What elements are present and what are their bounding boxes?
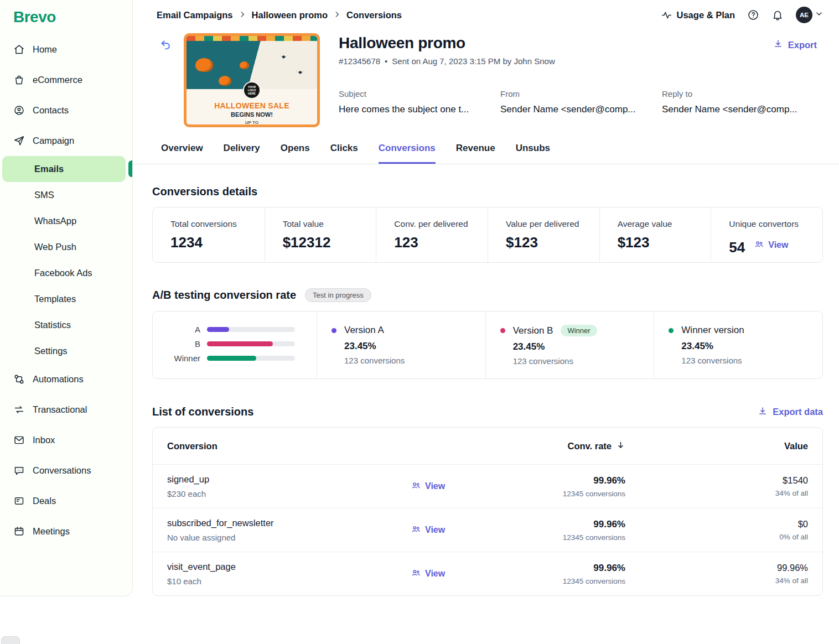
sidebar-item-label: eCommerce <box>33 75 82 85</box>
sidebar-item-label: Facebook Ads <box>34 268 92 278</box>
app: Brevo Home eCommerce Contacts Campaign E… <box>0 0 839 644</box>
value-cell: $0 0% of all <box>625 519 808 541</box>
rate-conversions: 12345 conversions <box>521 533 625 542</box>
conversion-cell: subscribed_for_newsletter No value assig… <box>167 518 405 542</box>
field-label: From <box>500 89 649 98</box>
sidebar-item-automations[interactable]: Automations <box>0 364 132 394</box>
stat-label: Total value <box>283 219 376 229</box>
active-nav-indicator <box>128 160 132 177</box>
account-menu[interactable]: AE <box>796 7 824 23</box>
export-data-button[interactable]: Export data <box>758 406 823 418</box>
sidebar-item-emails[interactable]: Emails <box>2 156 126 182</box>
thumbnail-headline: HALLOWEEN SALE <box>187 101 317 110</box>
back-button[interactable] <box>159 39 172 127</box>
value-cell: $1540 34% of all <box>625 475 808 497</box>
version-a-dot <box>332 328 336 333</box>
sidebar-item-label: Web Push <box>34 242 76 252</box>
sidebar-item-label: Settings <box>34 346 68 356</box>
brevo-logo[interactable]: Brevo <box>0 0 132 34</box>
sidebar-item-sms[interactable]: SMS <box>0 182 132 208</box>
winner-version-dot <box>669 328 674 333</box>
view-link[interactable]: View <box>411 524 521 537</box>
sidebar-item-contacts[interactable]: Contacts <box>0 95 132 126</box>
sidebar-item-templates[interactable]: Templates <box>0 286 132 312</box>
view-link[interactable]: View <box>411 568 521 580</box>
bat-icon <box>296 70 304 74</box>
sidebar-item-label: Campaign <box>33 136 74 146</box>
value-amount: $1540 <box>625 475 808 486</box>
bat-icon <box>279 55 288 59</box>
column-header-conversion: Conversion <box>167 441 405 451</box>
envelope-icon <box>13 434 25 446</box>
sidebar-item-label: Templates <box>34 294 76 304</box>
page-title: Halloween promo <box>339 34 824 52</box>
tab-revenue[interactable]: Revenue <box>456 143 495 164</box>
sidebar-item-inbox[interactable]: Inbox <box>0 425 132 455</box>
sidebar-item-label: WhatsApp <box>34 216 76 226</box>
tab-unsubs[interactable]: Unsubs <box>516 143 550 164</box>
export-button[interactable]: Export <box>773 39 817 51</box>
stat-value: 123 <box>394 234 488 251</box>
tab-overview[interactable]: Overview <box>161 143 203 164</box>
shopping-bag-icon <box>13 74 25 86</box>
campaign-fields: Subject Here comes the subject one t... … <box>339 89 824 115</box>
sidebar-item-whatsapp[interactable]: WhatsApp <box>0 208 132 234</box>
chat-widget[interactable] <box>1 636 20 644</box>
view-link[interactable]: View <box>411 480 521 493</box>
campaign-header: YOUR LOGO HERE HALLOWEEN SALE BEGINS NOW… <box>133 27 839 127</box>
bar-track <box>207 327 295 332</box>
breadcrumb-email-campaigns[interactable]: Email Campaigns <box>157 10 233 20</box>
rate-value: 99.96% <box>521 563 625 574</box>
tab-delivery[interactable]: Delivery <box>224 143 260 164</box>
from-field: From Sender Name <sender@comp... <box>500 89 662 115</box>
sidebar-item-settings[interactable]: Settings <box>0 338 132 364</box>
usage-plan-link[interactable]: Usage & Plan <box>661 9 735 21</box>
bar-label: Winner <box>169 354 200 363</box>
sidebar-item-facebook-ads[interactable]: Facebook Ads <box>0 260 132 286</box>
activity-icon <box>661 9 672 21</box>
stat-value: $123 <box>506 234 599 251</box>
sidebar-item-transactional[interactable]: Transactional <box>0 394 132 425</box>
value-amount: 99.96% <box>625 563 808 573</box>
bar-track <box>207 341 295 346</box>
sidebar-item-home[interactable]: Home <box>0 34 132 65</box>
ab-testing-header: A/B testing conversion rate Test in prog… <box>152 288 823 302</box>
sidebar-item-label: Emails <box>34 164 64 174</box>
tab-conversions[interactable]: Conversions <box>379 143 436 164</box>
thumbnail-footline: UP TO <box>187 120 317 125</box>
list-of-conversions-header: List of conversions Export data <box>152 406 823 418</box>
winner-version-panel: Winner version 23.45% 123 conversions <box>654 311 822 379</box>
breadcrumb: Email Campaigns Halloween promo Conversi… <box>157 10 402 20</box>
version-b-panel: Version B Winner 23.45% 123 conversions <box>485 311 654 379</box>
thumbnail-text: HALLOWEEN SALE BEGINS NOW! UP TO <box>187 101 317 125</box>
sidebar-item-ecommerce[interactable]: eCommerce <box>0 65 132 95</box>
sidebar-item-label: Home <box>33 44 57 55</box>
sidebar-item-deals[interactable]: Deals <box>0 486 132 516</box>
notifications-bell-button[interactable] <box>771 9 784 21</box>
sidebar-item-meetings[interactable]: Meetings <box>0 516 132 547</box>
breadcrumb-halloween-promo[interactable]: Halloween promo <box>252 10 328 20</box>
sidebar-item-web-push[interactable]: Web Push <box>0 234 132 260</box>
conversion-cell: signed_up $230 each <box>167 474 405 498</box>
thumbnail-subline: BEGINS NOW! <box>187 111 317 118</box>
version-a-panel: Version A 23.45% 123 conversions <box>317 311 485 379</box>
help-button[interactable] <box>747 9 759 21</box>
stat-value: $123 <box>618 234 711 251</box>
tab-clicks[interactable]: Clicks <box>330 143 358 164</box>
field-value: Sender Name <sender@comp... <box>500 104 649 115</box>
sidebar-item-conversations[interactable]: Conversations <box>0 455 132 486</box>
campaign-sent-info: Sent on Aug 7, 2023 3:15 PM by John Snow <box>392 56 555 66</box>
chevron-right-icon <box>239 10 246 20</box>
main-content: Email Campaigns Halloween promo Conversi… <box>133 0 839 596</box>
tab-opens[interactable]: Opens <box>281 143 310 164</box>
column-header-conv-rate[interactable]: Conv. rate <box>521 440 625 452</box>
unique-convertors-view-link[interactable]: View <box>754 239 788 252</box>
sidebar-item-statistics[interactable]: Statistics <box>0 312 132 338</box>
section-title-ab-testing: A/B testing conversion rate <box>152 289 296 302</box>
sidebar-item-campaign[interactable]: Campaign <box>0 126 132 156</box>
table-row: visit_event_page $10 each View 99.96% 12… <box>153 552 822 595</box>
rate-cell: 99.96% 12345 conversions <box>521 475 625 498</box>
version-rate: 23.45% <box>344 341 471 352</box>
conversion-name: visit_event_page <box>167 562 405 572</box>
swap-arrows-icon <box>13 404 25 416</box>
